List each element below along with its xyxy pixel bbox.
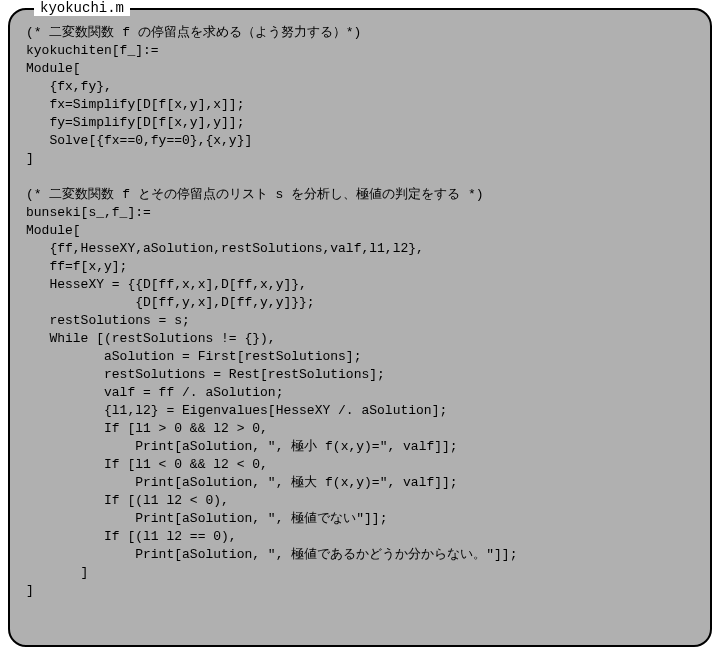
code-content: (* 二変数関数 f の停留点を求める（よう努力する）*) kyokuchite… <box>26 24 694 600</box>
code-filename-label: kyokuchi.m <box>34 0 130 16</box>
code-listing-box: kyokuchi.m (* 二変数関数 f の停留点を求める（よう努力する）*)… <box>8 8 712 647</box>
